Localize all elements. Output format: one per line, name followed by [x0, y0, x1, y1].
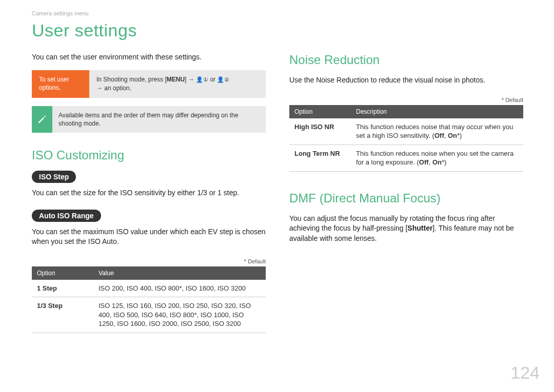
- user-options-callout: To set user options, In Shooting mode, p…: [32, 70, 266, 98]
- note-text: Available items and the order of them ma…: [52, 106, 266, 133]
- nr-sep: ,: [429, 158, 432, 166]
- left-column: You can set the user environment with th…: [32, 53, 266, 333]
- nr-on: On: [448, 132, 457, 139]
- nr-on: On: [432, 158, 442, 166]
- th-value: Value: [93, 266, 266, 280]
- note-icon: [32, 106, 52, 133]
- content-columns: You can set the user environment with th…: [32, 53, 523, 333]
- default-note-left: * Default: [32, 258, 266, 264]
- table-header-row: Option Value: [32, 266, 266, 280]
- nr-sep: ,: [444, 132, 448, 139]
- noise-reduction-heading: Noise Reduction: [289, 53, 523, 67]
- th-description: Description: [351, 105, 523, 118]
- breadcrumb: Camera settings menu: [32, 10, 523, 16]
- nr-close: ): [460, 132, 462, 139]
- callout-or: or: [208, 76, 217, 83]
- nr-close: ): [444, 158, 446, 166]
- cell-option: 1 Step: [32, 280, 93, 297]
- table-row: 1/3 Step ISO 125, ISO 160, ISO 200, ISO …: [32, 297, 266, 333]
- note-box: Available items and the order of them ma…: [32, 106, 266, 133]
- page-number: 124: [510, 363, 540, 383]
- cell-option: High ISO NR: [289, 118, 351, 145]
- dmf-heading: DMF (Direct Manual Focus): [289, 191, 523, 205]
- default-note-right: * Default: [289, 97, 523, 103]
- callout-mid: ] →: [185, 76, 196, 83]
- auto-iso-pill: Auto ISO Range: [32, 210, 101, 222]
- auto-iso-desc: You can set the maximum ISO value under …: [32, 227, 266, 247]
- table-header-row: Option Description: [289, 105, 523, 118]
- right-column: Noise Reduction Use the Noise Reduction …: [289, 53, 523, 333]
- callout-label: To set user options,: [32, 70, 89, 98]
- callout-body: In Shooting mode, press [MENU] → 👤① or 👤…: [89, 70, 266, 98]
- table-row: High ISO NR This function reduces noise …: [289, 118, 523, 145]
- nr-off: Off: [419, 158, 429, 166]
- page-title: User settings: [32, 20, 523, 40]
- menu-key: MENU: [167, 76, 185, 83]
- cell-option: Long Term NR: [289, 145, 351, 171]
- iso-customizing-heading: ISO Customizing: [32, 148, 266, 162]
- cell-option: 1/3 Step: [32, 297, 93, 333]
- cell-value: ISO 125, ISO 160, ISO 200, ISO 250, ISO …: [93, 297, 266, 333]
- shutter-key: Shutter: [407, 224, 432, 232]
- dmf-desc: You can adjust the focus manually by rot…: [289, 214, 523, 244]
- user1-icon: 👤①: [196, 76, 208, 82]
- pen-icon: [37, 114, 47, 125]
- iso-step-pill: ISO Step: [32, 171, 76, 183]
- table-row: 1 Step ISO 200, ISO 400, ISO 800*, ISO 1…: [32, 280, 266, 297]
- noise-reduction-table: Option Description High ISO NR This func…: [289, 105, 523, 172]
- table-row: Long Term NR This function reduces noise…: [289, 145, 523, 171]
- auto-iso-table: Option Value 1 Step ISO 200, ISO 400, IS…: [32, 266, 266, 333]
- callout-prefix: In Shooting mode, press [: [96, 76, 167, 83]
- intro-text: You can set the user environment with th…: [32, 53, 266, 61]
- cell-value: ISO 200, ISO 400, ISO 800*, ISO 1600, IS…: [93, 280, 266, 297]
- iso-step-desc: You can set the size for the ISO sensiti…: [32, 188, 266, 198]
- callout-suffix: → an option.: [96, 85, 131, 92]
- nr-off: Off: [434, 132, 444, 139]
- cell-desc: This function reduces noise that may occ…: [351, 118, 523, 145]
- user2-icon: 👤②: [217, 76, 229, 82]
- th-option: Option: [32, 266, 93, 280]
- th-option: Option: [289, 105, 351, 118]
- cell-desc: This function reduces noise when you set…: [351, 145, 523, 171]
- noise-reduction-desc: Use the Noise Reduction to reduce the vi…: [289, 75, 523, 86]
